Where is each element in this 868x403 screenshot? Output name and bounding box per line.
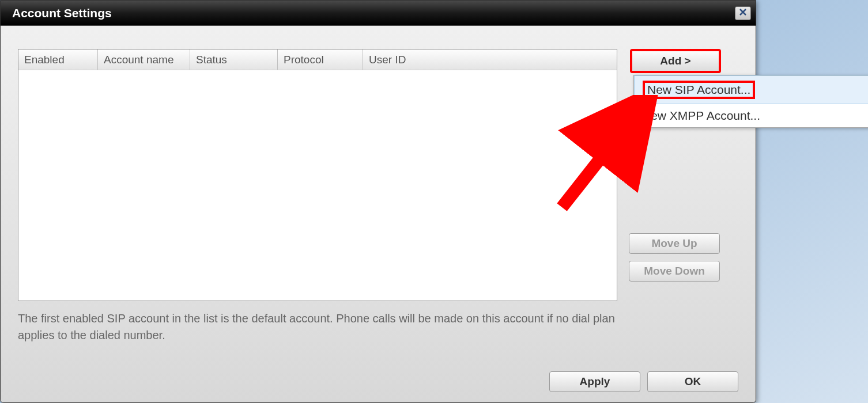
ok-button[interactable]: OK: [647, 371, 738, 392]
add-dropdown-menu: New SIP Account... New XMPP Account...: [633, 75, 868, 128]
menu-item-new-xmpp-account[interactable]: New XMPP Account...: [634, 104, 868, 127]
account-settings-dialog: Account Settings Enabled Account name St…: [0, 0, 756, 403]
column-header-account-name[interactable]: Account name: [98, 50, 190, 70]
menu-item-label: New SIP Account...: [643, 81, 755, 99]
accounts-table[interactable]: Enabled Account name Status Protocol Use…: [18, 49, 617, 301]
column-header-enabled[interactable]: Enabled: [18, 50, 98, 70]
dialog-actions: Apply OK: [549, 371, 738, 392]
window-title: Account Settings: [12, 6, 112, 20]
column-header-protocol[interactable]: Protocol: [278, 50, 363, 70]
column-header-status[interactable]: Status: [190, 50, 278, 70]
menu-item-new-sip-account[interactable]: New SIP Account...: [634, 75, 868, 104]
move-up-button[interactable]: Move Up: [629, 233, 720, 254]
close-icon: [739, 8, 747, 18]
add-button[interactable]: Add >: [630, 49, 721, 73]
titlebar: Account Settings: [1, 1, 756, 26]
apply-button[interactable]: Apply: [549, 371, 640, 392]
menu-item-label: New XMPP Account...: [642, 109, 760, 122]
close-button[interactable]: [735, 6, 751, 20]
help-text: The first enabled SIP account in the lis…: [18, 310, 640, 344]
move-down-button[interactable]: Move Down: [629, 261, 720, 282]
table-header: Enabled Account name Status Protocol Use…: [18, 50, 617, 70]
column-header-user-id[interactable]: User ID: [363, 50, 617, 70]
